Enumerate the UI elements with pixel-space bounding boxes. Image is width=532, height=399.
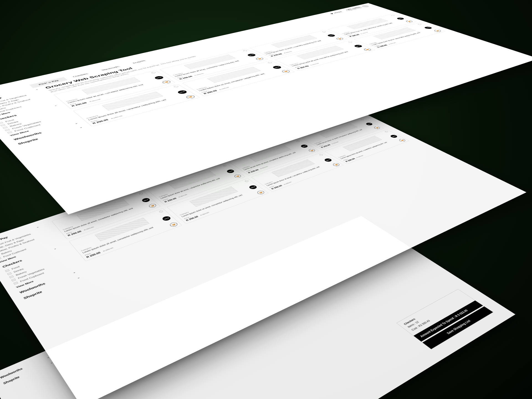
- product-price: R 250.00: [349, 34, 360, 37]
- product-price: R 250.00: [345, 158, 356, 162]
- product-grid: ♡SALECategoryLorem ipsum dolor sit amet,…: [53, 14, 445, 127]
- chevron-down-icon: ⌄: [53, 247, 57, 250]
- sale-badge: SALE: [389, 134, 398, 138]
- product-old-price: R 250.00: [356, 155, 364, 158]
- sale-badge: SALE: [365, 122, 374, 126]
- price-label: Price :: [183, 190, 262, 219]
- favorite-icon[interactable]: ♡: [244, 180, 249, 182]
- add-to-basket-button[interactable]: 🧺: [233, 174, 242, 178]
- favorite-icon[interactable]: ♡: [347, 41, 353, 43]
- product-thumbnail: [346, 18, 388, 29]
- price-label: Price :: [347, 20, 410, 36]
- product-description: Lorem ipsum dolor sit amet, consetetur s…: [181, 188, 260, 218]
- add-to-basket-button[interactable]: 🧺: [332, 162, 341, 167]
- add-to-basket-button[interactable]: 🧺: [256, 190, 265, 195]
- product-card[interactable]: ♡SALECategoryLorem ipsum dolor sit amet,…: [354, 23, 446, 49]
- favorite-icon[interactable]: ♡: [384, 131, 389, 132]
- add-to-basket-button[interactable]: 🧺: [362, 48, 372, 51]
- chevron-down-icon: ⌄: [35, 226, 39, 228]
- sidebar-mini: Woolworths ⌄ Shoprite ⌄: [0, 355, 55, 388]
- sale-badge: SALE: [246, 53, 257, 57]
- favorite-icon[interactable]: ♡: [242, 50, 248, 52]
- add-to-basket-button[interactable]: 🧺: [255, 57, 265, 60]
- sale-badge: SALE: [396, 17, 405, 20]
- product-price: R 250.00: [247, 169, 259, 173]
- favorite-icon[interactable]: ♡: [319, 154, 324, 156]
- product-card[interactable]: ♡SALECategoryLorem ipsum dolor sit amet,…: [250, 30, 348, 58]
- heart-icon: [330, 13, 334, 14]
- checkbox-icon[interactable]: [13, 282, 18, 285]
- product-old-price: R 250.00: [178, 194, 188, 198]
- price-label: Price :: [269, 162, 337, 188]
- product-card[interactable]: ♡SALECategoryLorem ipsum dolor sit amet,…: [167, 178, 269, 224]
- sale-badge: SALE: [323, 158, 333, 162]
- cart-summary-panel: Checkers Items : 12 Cost : R2 500.43 Amo…: [396, 289, 493, 349]
- product-category-label: Category: [289, 46, 363, 65]
- user-menu[interactable]: Hello, Katlego Katlego@gmail.com: [344, 5, 370, 11]
- product-price: R 250.00: [270, 53, 283, 57]
- add-to-basket-button[interactable]: 🧺: [373, 126, 381, 130]
- product-card[interactable]: ♡SALECategoryLorem ipsum dolor sit amet,…: [324, 129, 410, 164]
- favorite-icon[interactable]: ♡: [158, 210, 164, 213]
- product-old-price: R 250.00: [283, 51, 293, 53]
- summary-store-name: Checkers: [402, 293, 461, 326]
- product-category-label: Category: [179, 186, 258, 216]
- add-to-basket-button[interactable]: 🧺: [308, 148, 316, 152]
- chevron-down-icon: ⌄: [72, 271, 76, 274]
- favorite-icon[interactable]: ♡: [296, 140, 300, 142]
- product-thumbnail: [342, 136, 382, 151]
- favorite-icon[interactable]: ♡: [222, 165, 227, 167]
- price-label: Price :: [294, 48, 369, 68]
- product-card[interactable]: ♡SALECategoryLorem ipsum dolor sit amet,…: [328, 14, 417, 39]
- save-shopping-list-button[interactable]: Save Shopping List: [423, 306, 493, 349]
- product-old-price: R 250.00: [283, 181, 292, 185]
- favorite-icon[interactable]: ♡: [173, 85, 179, 88]
- price-label: Price :: [343, 138, 403, 161]
- product-thumbnail: [271, 159, 315, 177]
- checkbox-icon[interactable]: [7, 131, 12, 134]
- user-email: Katlego@gmail.com: [346, 7, 363, 11]
- chevron-down-icon: ⌄: [35, 88, 39, 90]
- product-category-label: Category: [341, 18, 405, 34]
- sale-badge: SALE: [248, 185, 258, 190]
- add-to-basket-button[interactable]: 🧺: [405, 20, 414, 22]
- add-to-basket-button[interactable]: 🧺: [148, 203, 157, 208]
- summary-item-count: Items : 12: [406, 295, 466, 329]
- favorite-icon[interactable]: ♡: [390, 15, 395, 16]
- product-description: Lorem ipsum dolor sit amet, consetetur s…: [266, 161, 335, 186]
- favorite-icon[interactable]: ♡: [360, 119, 365, 120]
- chevron-down-icon: ⌄: [74, 122, 78, 124]
- price-label: Price :: [268, 37, 341, 56]
- favorite-icon[interactable]: ♡: [321, 31, 326, 32]
- wireframe-screen-main: Logo Wishlist Hello, Katlego Katlego@gma…: [0, 3, 532, 214]
- add-to-basket-button[interactable]: 🧺: [335, 37, 344, 40]
- product-description: Lorem ipsum dolor sit amet, consetetur s…: [343, 19, 407, 35]
- wishlist-label: Wishlist: [333, 11, 342, 14]
- favorite-icon[interactable]: ♡: [417, 24, 422, 25]
- favorite-icon[interactable]: ♡: [139, 192, 144, 195]
- user-greeting: Hello, Katlego: [344, 6, 361, 11]
- product-price: R 250.00: [271, 185, 283, 190]
- product-price: R 250.00: [376, 44, 388, 48]
- product-thumbnail: [271, 35, 318, 48]
- add-to-basket-button[interactable]: 🧺: [398, 138, 406, 142]
- product-old-price: R 250.00: [200, 212, 209, 216]
- sale-badge: SALE: [326, 34, 336, 37]
- chevron-down-icon: ⌄: [76, 276, 81, 279]
- price-label: Price :: [374, 29, 439, 47]
- checkbox-icon[interactable]: [0, 257, 1, 260]
- product-description: Lorem ipsum dolor sit amet, consetetur s…: [340, 137, 400, 159]
- favorite-icon[interactable]: ♡: [267, 62, 273, 63]
- add-to-basket-button[interactable]: 🧺: [433, 29, 442, 32]
- product-old-price: R 250.00: [331, 141, 339, 144]
- product-category-label: Category: [369, 27, 433, 44]
- product-card[interactable]: ♡SALECategoryLorem ipsum dolor sit amet,…: [274, 40, 376, 71]
- product-thumbnail: [296, 46, 344, 60]
- favorite-icon[interactable]: ♡: [151, 71, 156, 73]
- product-old-price: R 250.00: [260, 166, 268, 169]
- product-old-price: R 250.00: [388, 42, 397, 45]
- product-description: Lorem ipsum dolor sit amet, consetetur s…: [291, 47, 365, 66]
- wishlist-link[interactable]: Wishlist: [330, 11, 342, 14]
- product-card[interactable]: ♡SALECategoryLorem ipsum dolor sit amet,…: [251, 152, 344, 192]
- sale-badge: SALE: [141, 197, 151, 203]
